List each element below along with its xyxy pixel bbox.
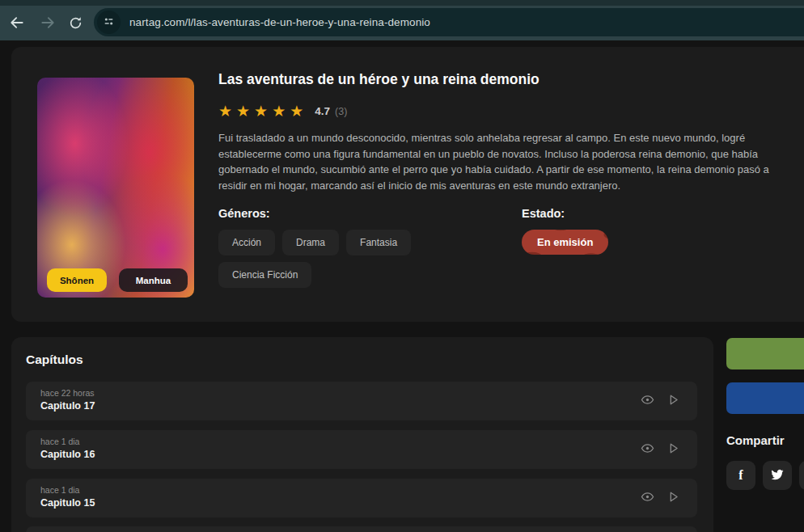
reload-icon: [68, 15, 83, 31]
arrow-right-icon: [40, 15, 56, 31]
chapter-row[interactable]: hace 1 dia Capitulo 15: [26, 479, 697, 517]
status-badge: En emisión: [522, 230, 608, 255]
forward-button[interactable]: [37, 12, 58, 33]
browser-toolbar: nartag.com/l/las-aventuras-de-un-heroe-y…: [0, 0, 804, 40]
chapter-title: Capitulo 16: [40, 449, 95, 460]
genre-chip-list: Acción Drama Fantasia Ciencia Ficción: [218, 230, 461, 288]
genre-chip[interactable]: Drama: [282, 230, 339, 255]
chapters-heading: Capítulos: [26, 353, 83, 367]
chapter-title: Capitulo 17: [40, 400, 95, 412]
chapter-actions: [641, 430, 680, 469]
chapter-time: hace 1 dia: [40, 485, 79, 495]
share-label: Compartir: [726, 433, 785, 447]
star-icon: ★: [218, 103, 233, 119]
url-text: nartag.com/l/las-aventuras-de-un-heroe-y…: [129, 16, 430, 28]
twitter-icon: [770, 467, 785, 484]
address-bar[interactable]: nartag.com/l/las-aventuras-de-un-heroe-y…: [94, 8, 804, 36]
chapter-row[interactable]: hace 22 horas Capitulo 17: [26, 382, 697, 420]
genre-chip[interactable]: Acción: [218, 230, 275, 255]
rating-count: (3): [335, 106, 347, 117]
cover-badge-manhua[interactable]: Manhua: [119, 268, 188, 292]
star-icon: ★: [272, 103, 286, 119]
star-icon: ★: [290, 103, 304, 119]
play-chapter-button[interactable]: [666, 441, 680, 458]
cover-image: Shônen Manhua: [37, 78, 194, 298]
eye-icon: [641, 393, 654, 409]
genre-chip[interactable]: Ciencia Ficción: [218, 262, 311, 288]
primary-action-button-blue[interactable]: [726, 382, 804, 414]
genres-label: Géneros:: [218, 207, 270, 220]
share-twitter-button[interactable]: [763, 461, 792, 490]
play-icon: [666, 393, 680, 409]
chapter-actions: [641, 382, 680, 420]
status-label: Estado:: [522, 207, 565, 220]
window-top-strip: [0, 0, 804, 6]
facebook-icon: f: [738, 468, 743, 483]
play-icon: [666, 490, 680, 506]
eye-icon: [641, 490, 654, 506]
eye-icon: [641, 441, 654, 458]
series-info-card: Shônen Manhua Las aventuras de un héroe …: [11, 47, 804, 322]
play-chapter-button[interactable]: [666, 393, 680, 409]
share-facebook-button[interactable]: f: [726, 461, 755, 490]
rating: ★ ★ ★ ★ ★ 4.7 (3): [218, 103, 347, 119]
chapter-title: Capitulo 15: [40, 497, 95, 509]
site-settings-button[interactable]: [97, 11, 121, 34]
series-description: Fui trasladado a un mundo desconocido, m…: [218, 130, 780, 193]
chapter-time: hace 1 dia: [40, 437, 79, 446]
reload-button[interactable]: [65, 12, 86, 33]
rating-score: 4.7: [315, 105, 330, 117]
chapters-panel: Capítulos hace 22 horas Capitulo 17 hace…: [11, 337, 713, 532]
chapter-row-partial[interactable]: [26, 526, 697, 532]
tune-icon: [102, 15, 116, 31]
share-more-button[interactable]: [799, 461, 804, 490]
arrow-left-icon: [9, 15, 25, 31]
chapter-time: hace 22 horas: [40, 388, 95, 398]
mark-read-button[interactable]: [641, 393, 654, 409]
cover-badge-shonen[interactable]: Shônen: [47, 268, 107, 292]
page-title: Las aventuras de un héroe y una reina de…: [218, 71, 540, 88]
genre-chip[interactable]: Fantasia: [346, 230, 411, 255]
chapter-row[interactable]: hace 1 dia Capitulo 16: [26, 430, 697, 469]
back-button[interactable]: [6, 12, 28, 33]
play-chapter-button[interactable]: [666, 490, 680, 506]
mark-read-button[interactable]: [641, 441, 654, 458]
primary-action-button-green[interactable]: [726, 338, 804, 369]
mark-read-button[interactable]: [641, 490, 654, 506]
star-icon: ★: [236, 103, 251, 119]
chapter-actions: [641, 479, 680, 517]
play-icon: [666, 441, 680, 458]
star-icon: ★: [254, 103, 269, 119]
